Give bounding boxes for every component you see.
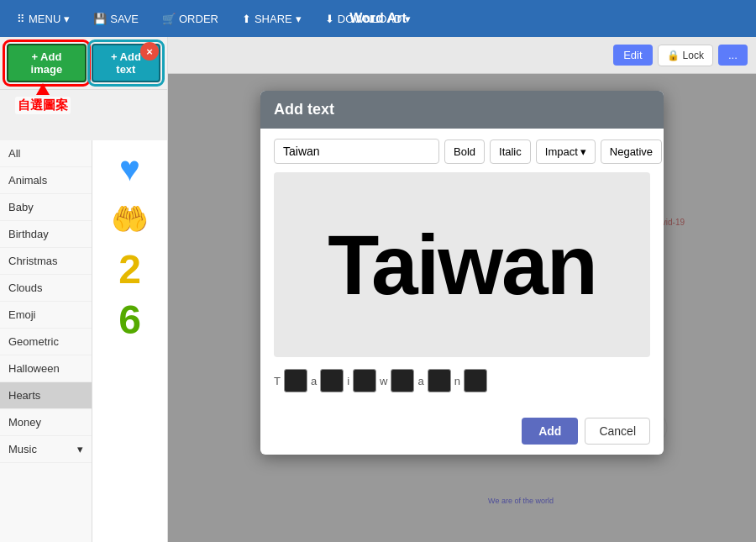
heart-image: ♥ <box>119 151 140 187</box>
main-area: + Add image + Add text × 自選圖案 All Animal… <box>0 37 756 542</box>
order-button[interactable]: 🛒 ORDER <box>154 8 227 30</box>
lock-button[interactable]: 🔒 Lock <box>658 45 713 66</box>
number-6-image: 6 <box>118 300 141 340</box>
add-text-modal: Add text Bold Italic Impact <box>260 91 664 455</box>
menu-icon: ⠿ <box>17 13 25 25</box>
add-button[interactable]: Add <box>522 418 578 445</box>
action-button[interactable]: ... <box>718 45 748 66</box>
music-expand-icon: ▾ <box>77 443 83 455</box>
letter-n: n <box>454 375 460 387</box>
text-preview: Taiwan <box>274 172 650 357</box>
cancel-button[interactable]: Cancel <box>585 418 650 445</box>
sidebar-item-clouds[interactable]: Clouds <box>0 275 92 302</box>
left-content: + Add image + Add text × 自選圖案 All Animal… <box>0 37 167 542</box>
image-item-2[interactable]: 2 <box>96 245 164 295</box>
preview-text: Taiwan <box>328 217 596 313</box>
letter-i: i <box>347 375 349 387</box>
image-item-heart[interactable]: ♥ <box>96 144 164 194</box>
menu-chevron-icon: ▾ <box>64 13 70 25</box>
image-item-hands[interactable]: 🤲 <box>96 194 164 245</box>
save-icon: 💾 <box>93 13 107 25</box>
arrow-up-icon <box>36 83 50 95</box>
color-swatch-a1[interactable] <box>320 369 344 392</box>
color-swatch-n[interactable] <box>464 369 487 392</box>
image-grid: ♥ 🤲 2 6 <box>92 140 167 542</box>
share-button[interactable]: ⬆ SHARE ▾ <box>234 8 310 30</box>
order-icon: 🛒 <box>162 13 176 25</box>
sidebar-item-baby[interactable]: Baby <box>0 194 92 221</box>
menu-button[interactable]: ⠿ MENU ▾ <box>8 8 78 30</box>
sidebar-item-hearts[interactable]: Hearts <box>0 382 92 409</box>
modal-body: Bold Italic Impact ▾ Negative Taiwan <box>260 129 664 411</box>
color-row: T a i w a n <box>274 366 650 396</box>
main-content: Edit 🔒 Lock ... 台灣加油 Can Help 台灣加油 Covid… <box>168 37 756 542</box>
sidebar-item-birthday[interactable]: Birthday <box>0 221 92 248</box>
sidebar-item-geometric[interactable]: Geometric <box>0 329 92 355</box>
bold-button[interactable]: Bold <box>444 139 485 164</box>
sidebar-item-money[interactable]: Money <box>0 409 92 436</box>
font-chevron-icon: ▾ <box>580 145 586 158</box>
add-image-button[interactable]: + Add image <box>7 44 87 82</box>
sidebar-item-emoji[interactable]: Emoji <box>0 302 92 329</box>
sidebar-item-animals[interactable]: Animals <box>0 167 92 194</box>
sidebar-item-halloween[interactable]: Halloween <box>0 355 92 382</box>
letter-a1: a <box>311 375 317 387</box>
content-toolbar: Edit 🔒 Lock ... <box>168 37 756 74</box>
save-button[interactable]: 💾 SAVE <box>85 8 147 30</box>
category-sidebar: All Animals Baby Birthday Christmas Clou… <box>0 140 92 542</box>
color-swatch-T[interactable] <box>284 369 307 392</box>
text-input[interactable] <box>274 139 439 164</box>
letter-w: w <box>380 375 387 387</box>
annotation-arrow: 自選圖案 <box>15 83 71 133</box>
edit-button[interactable]: Edit <box>613 45 652 66</box>
download-button[interactable]: ⬇ DOWNLOAD ▾ <box>317 8 420 30</box>
hands-image: 🤲 <box>111 202 149 237</box>
panel-toolbar: + Add image + Add text × 自選圖案 <box>0 37 167 90</box>
color-swatch-i[interactable] <box>353 369 376 392</box>
download-chevron-icon: ▾ <box>405 13 411 25</box>
sidebar-item-music[interactable]: Music ▾ <box>0 436 92 463</box>
letter-T: T <box>274 375 281 387</box>
number-2-image: 2 <box>118 250 141 290</box>
image-item-6[interactable]: 6 <box>96 295 164 345</box>
modal-overlay: Add text Bold Italic Impact <box>168 74 756 542</box>
share-icon: ⬆ <box>242 13 251 25</box>
download-icon: ⬇ <box>325 13 334 25</box>
toolbar-right: Edit 🔒 Lock ... <box>613 45 748 66</box>
modal-header: Add text <box>260 91 664 129</box>
text-input-row: Bold Italic Impact ▾ Negative <box>274 139 650 164</box>
letter-a2: a <box>417 375 423 387</box>
italic-button[interactable]: Italic <box>490 139 531 164</box>
negative-button[interactable]: Negative <box>601 139 662 164</box>
sidebar-item-christmas[interactable]: Christmas <box>0 248 92 275</box>
wordart-canvas: 台灣加油 Can Help 台灣加油 Covid-19 台灣 台 灣 Can H… <box>168 74 756 542</box>
left-panel: + Add image + Add text × 自選圖案 All Animal… <box>0 37 168 542</box>
share-chevron-icon: ▾ <box>296 13 302 25</box>
lock-icon: 🔒 <box>667 50 680 61</box>
annotation-label: 自選圖案 <box>15 97 71 114</box>
close-panel-button[interactable]: × <box>140 42 159 61</box>
color-swatch-w[interactable] <box>391 369 414 392</box>
sidebar-item-all[interactable]: All <box>0 140 92 167</box>
font-dropdown[interactable]: Impact ▾ <box>536 139 596 164</box>
color-swatch-a2[interactable] <box>428 369 451 392</box>
top-navigation-bar: ⠿ MENU ▾ 💾 SAVE 🛒 ORDER ⬆ SHARE ▾ ⬇ DOWN… <box>0 0 756 37</box>
modal-footer: Add Cancel <box>260 411 664 455</box>
